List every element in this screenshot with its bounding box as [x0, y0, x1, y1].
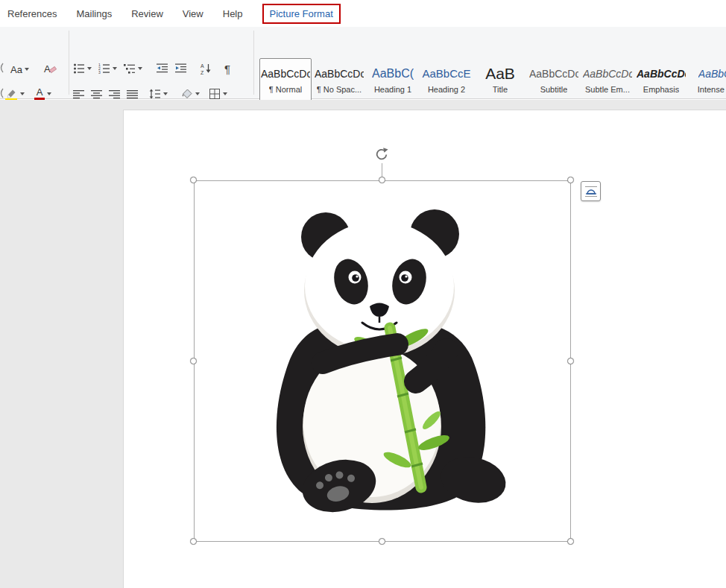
show-paragraph-marks-button[interactable]: ¶	[224, 60, 230, 77]
style-name: ¶ No Spac...	[317, 85, 362, 94]
chevron-down-icon	[223, 92, 227, 95]
clipped-icon	[0, 63, 4, 76]
decrease-indent-icon	[157, 63, 168, 75]
group-separator	[253, 31, 254, 95]
style-sample: AaBbC	[698, 63, 726, 85]
chevron-down-icon	[47, 92, 51, 95]
numbered-list-icon: 1 2 3	[98, 63, 110, 75]
resize-handle-middle-left[interactable]	[190, 358, 197, 364]
style-intense-emphasis[interactable]: AaBbC Intense E	[689, 58, 726, 101]
style-normal[interactable]: AaBbCcDc ¶ Normal	[259, 58, 312, 101]
styles-gallery: AaBbCcDc ¶ Normal AaBbCcDc ¶ No Spac... …	[259, 58, 726, 101]
increase-indent-button[interactable]	[175, 60, 187, 77]
style-sample: AaBbC(	[372, 63, 414, 85]
numbering-button[interactable]: 1 2 3	[98, 60, 117, 77]
style-no-spacing[interactable]: AaBbCcDc ¶ No Spac...	[313, 58, 365, 101]
change-case-button[interactable]: Aa	[10, 61, 29, 78]
style-name: Subtitle	[540, 85, 568, 94]
pilcrow-icon: ¶	[224, 63, 230, 75]
style-name: Heading 2	[428, 85, 465, 94]
style-title[interactable]: AaB Title	[474, 58, 526, 101]
align-center-icon	[91, 89, 103, 99]
svg-text:3: 3	[98, 70, 101, 75]
style-name: Subtle Em...	[585, 85, 630, 94]
sort-button[interactable]: A Z	[200, 60, 212, 77]
resize-handle-bottom-left[interactable]	[190, 538, 197, 545]
change-case-label: Aa	[10, 64, 22, 75]
group-separator	[69, 31, 69, 95]
selection-border[interactable]	[194, 180, 571, 542]
style-heading-2[interactable]: AaBbCcE Heading 2	[420, 58, 473, 101]
resize-handle-top-center[interactable]	[379, 177, 385, 183]
justify-icon	[127, 89, 139, 99]
resize-handle-middle-right[interactable]	[567, 358, 574, 364]
tab-picture-format[interactable]: Picture Format	[262, 4, 341, 24]
tab-mailings[interactable]: Mailings	[76, 4, 112, 24]
rotate-icon	[373, 146, 390, 162]
sort-icon: A Z	[200, 63, 212, 75]
bullets-button[interactable]	[73, 60, 92, 77]
decrease-indent-button[interactable]	[157, 60, 168, 77]
chevron-down-icon	[195, 92, 200, 95]
align-left-icon	[73, 89, 85, 99]
multilevel-list-button[interactable]	[124, 60, 142, 77]
tab-references[interactable]: References	[7, 4, 57, 24]
ribbon: Aa A A	[0, 27, 726, 99]
ribbon-tab-bar: References Mailings Review View Help Pic…	[0, 0, 726, 27]
style-subtitle[interactable]: AaBbCcDc Subtitle	[528, 58, 580, 101]
chevron-down-icon	[163, 92, 168, 95]
layout-options-icon	[584, 184, 599, 199]
style-sample: AaBbCcDc	[261, 63, 310, 85]
borders-icon	[209, 88, 221, 100]
svg-text:Z: Z	[201, 70, 204, 75]
chevron-down-icon	[138, 67, 142, 70]
resize-handle-bottom-center[interactable]	[379, 538, 385, 545]
style-heading-1[interactable]: AaBbC( Heading 1	[367, 58, 419, 101]
style-name: Heading 1	[374, 85, 411, 94]
font-color-icon: A	[34, 87, 45, 101]
chevron-down-icon	[87, 67, 92, 70]
bullet-list-icon	[73, 63, 85, 75]
chevron-down-icon	[25, 68, 29, 71]
style-sample: AaBbCcDc	[637, 63, 686, 85]
style-sample: AaBbCcDc	[315, 63, 364, 85]
chevron-down-icon	[20, 92, 25, 95]
tab-review[interactable]: Review	[131, 4, 163, 24]
style-name: ¶ Normal	[269, 85, 302, 94]
resize-handle-bottom-right[interactable]	[567, 538, 574, 545]
rotation-handle[interactable]	[373, 146, 390, 162]
style-sample: AaBbCcDc	[529, 63, 578, 85]
style-sample: AaB	[485, 63, 515, 85]
paint-bucket-icon	[181, 88, 193, 100]
resize-handle-top-left[interactable]	[190, 177, 197, 183]
style-sample: AaBbCcDc	[583, 63, 632, 85]
multilevel-list-icon	[124, 63, 136, 75]
svg-text:A: A	[201, 63, 204, 69]
resize-handle-top-right[interactable]	[567, 177, 574, 183]
highlighter-icon	[4, 87, 18, 101]
style-sample: AaBbCcE	[422, 63, 470, 85]
word-window: References Mailings Review View Help Pic…	[0, 0, 726, 588]
tab-view[interactable]: View	[183, 4, 203, 24]
svg-text:A: A	[44, 63, 51, 75]
style-emphasis[interactable]: AaBbCcDc Emphasis	[635, 58, 687, 101]
style-name: Title	[493, 85, 508, 94]
style-subtle-emphasis[interactable]: AaBbCcDc Subtle Em...	[581, 58, 634, 101]
align-right-icon	[109, 89, 121, 99]
increase-indent-icon	[175, 63, 187, 75]
line-spacing-icon	[149, 88, 161, 100]
clear-formatting-button[interactable]: A	[43, 60, 57, 77]
layout-options-button[interactable]	[581, 181, 601, 201]
paragraph-row-1: 1 2 3	[73, 60, 230, 77]
tab-help[interactable]: Help	[223, 4, 243, 24]
chevron-down-icon	[113, 67, 117, 70]
style-name: Emphasis	[643, 85, 679, 94]
clear-formatting-icon: A	[43, 63, 57, 75]
style-name: Intense E	[698, 85, 726, 94]
